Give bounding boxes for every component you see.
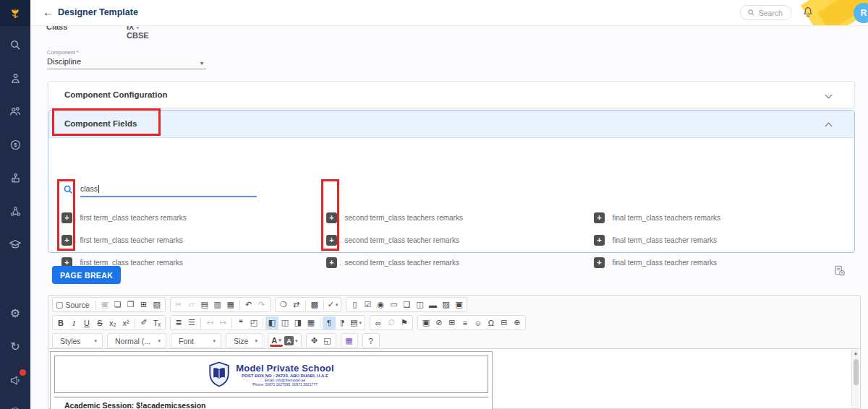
button-field-button[interactable]: ▬ (426, 298, 439, 311)
scroll-up-arrow[interactable]: ▲ (852, 349, 859, 357)
select-all-button[interactable]: ▩ (308, 298, 321, 311)
paste-from-word-button[interactable]: ▦ (224, 298, 237, 311)
sidebar-item-academics[interactable] (7, 236, 24, 253)
add-field-button[interactable]: + (594, 212, 605, 223)
div-container-button[interactable]: ◰ (247, 317, 260, 330)
replace-button[interactable]: ⇄ (290, 298, 303, 311)
checkbox-button[interactable]: ☑ (361, 298, 374, 311)
copy-button[interactable]: ▱ (185, 298, 198, 311)
font-button[interactable]: Font▾ (173, 335, 219, 348)
justify-button[interactable]: ▦ (305, 317, 318, 330)
anchor-button[interactable]: ⚑ (398, 317, 411, 330)
flash-button[interactable]: ⊘ (433, 317, 446, 330)
bidi-rtl-button[interactable]: ¶ (336, 317, 349, 330)
textarea-field-button[interactable]: ❑ (400, 298, 413, 311)
bidi-ltr-button[interactable]: ¶ (323, 317, 336, 330)
add-field-button[interactable]: + (61, 235, 72, 246)
cut-button[interactable]: ✂ (172, 298, 185, 311)
sidebar-item-exams[interactable] (7, 169, 24, 186)
link-button[interactable]: ∞ (372, 317, 385, 330)
find-button[interactable]: ❍ (277, 298, 290, 311)
bold-button[interactable]: B (54, 317, 67, 330)
save-button[interactable]: ▣ (98, 298, 111, 311)
add-field-button[interactable]: + (594, 235, 605, 246)
maximize-button[interactable]: ✥ (308, 335, 321, 348)
special-character-button[interactable]: Ω (485, 317, 498, 330)
add-field-button[interactable]: + (326, 235, 337, 246)
text-field-button[interactable]: ▭ (387, 298, 400, 311)
show-blocks-button[interactable]: ◱ (321, 335, 334, 348)
page-break-button[interactable]: PAGE BREAK (52, 266, 121, 284)
form-button[interactable]: ▯ (348, 298, 361, 311)
table-button[interactable]: ⊞ (446, 317, 459, 330)
sidebar-item-groups[interactable] (7, 202, 24, 220)
remove-format-button[interactable]: Tₓ (150, 317, 163, 330)
component-select[interactable]: Discipline ▾ (47, 57, 206, 69)
add-field-button[interactable]: + (326, 257, 337, 268)
bulleted-list-button[interactable]: ☰ (185, 317, 198, 330)
spell-check-button[interactable]: ✓▾ (326, 298, 340, 311)
superscript-button[interactable]: x² (119, 317, 132, 330)
notifications-button[interactable] (801, 6, 816, 20)
sidebar-item-sync[interactable]: ↻ (7, 338, 24, 356)
align-center-button[interactable]: ◫ (278, 317, 292, 330)
paste-plain-text-button[interactable]: ▥ (211, 298, 224, 311)
print-button[interactable]: ⊞ (137, 298, 150, 311)
sidebar-item-fees[interactable]: $ (7, 136, 24, 153)
sidebar-item-announcements[interactable] (7, 371, 24, 389)
blockquote-button[interactable]: ❝ (234, 317, 247, 330)
strikethrough-button[interactable]: S (93, 317, 106, 330)
back-button[interactable]: ← (43, 6, 54, 18)
background-color-button[interactable]: A▾ (283, 335, 299, 348)
radio-button-button[interactable]: ◉ (374, 298, 387, 311)
select-field-button[interactable]: ◫ (413, 298, 426, 311)
font-size-button[interactable]: Size▾ (228, 335, 261, 348)
image-button[interactable]: ▣ (420, 317, 433, 330)
paste-button[interactable]: ▤ (198, 298, 211, 311)
merge-field-grid-button[interactable]: ▦ (343, 335, 356, 348)
insert-page-break-button[interactable]: ⊟ (498, 317, 511, 330)
smiley-button[interactable]: ☺ (472, 317, 485, 330)
unlink-button[interactable]: ∅ (385, 317, 398, 330)
iframe-button[interactable]: ⊕ (511, 317, 524, 330)
source-button[interactable]: ▢Source (54, 298, 93, 311)
editor-scrollbar[interactable]: ▲ (851, 349, 859, 408)
sidebar-item-staff[interactable] (7, 103, 24, 120)
undo-button[interactable]: ↶ (242, 298, 255, 311)
add-field-button[interactable]: + (594, 257, 605, 268)
sidebar-item-settings[interactable]: ⚙ (7, 305, 24, 322)
underline-button[interactable]: U (80, 317, 93, 330)
sidebar-item-student[interactable] (7, 69, 24, 87)
numbered-list-button[interactable]: ≣ (172, 317, 185, 330)
language-button[interactable]: ▤▾ (349, 317, 363, 330)
align-right-button[interactable]: ◨ (292, 317, 305, 330)
image-button-button[interactable]: ▨ (439, 298, 452, 311)
preview-button[interactable]: ❐ (124, 298, 137, 311)
sidebar-item-help[interactable]: ? (7, 405, 24, 409)
user-avatar[interactable]: R (854, 3, 868, 23)
copy-formatting-button[interactable]: ✐ (137, 317, 150, 330)
styles-button[interactable]: Styles▾ (54, 335, 101, 348)
sidebar-item-search[interactable] (7, 36, 24, 53)
about-button[interactable]: ? (365, 335, 378, 348)
template-history-icon[interactable] (833, 264, 848, 279)
templates-button[interactable]: ▧ (150, 298, 163, 311)
editor-content-area[interactable]: Model Private School POST BOX NO : 26723… (48, 348, 860, 408)
scrollbar-thumb[interactable] (854, 359, 859, 385)
field-search-input[interactable]: class (80, 184, 257, 197)
decrease-indent-button[interactable]: ↤ (203, 317, 216, 330)
subscript-button[interactable]: x₂ (106, 317, 119, 330)
add-field-button[interactable]: + (326, 212, 337, 223)
italic-button[interactable]: I (67, 317, 80, 330)
component-configuration-panel[interactable]: Component Configuration (48, 81, 855, 108)
paragraph-format-button[interactable]: Normal (...▾ (109, 335, 164, 348)
align-left-button[interactable]: ◧ (265, 317, 278, 330)
redo-button[interactable]: ↷ (255, 298, 268, 311)
add-field-button[interactable]: + (61, 212, 72, 223)
horizontal-rule-button[interactable]: ≡ (459, 317, 472, 330)
text-color-button[interactable]: A▾ (270, 335, 283, 347)
component-fields-header[interactable]: Component Fields (48, 111, 854, 138)
hidden-field-button[interactable]: ▣ (452, 298, 465, 311)
increase-indent-button[interactable]: ↦ (216, 317, 229, 330)
global-search-button[interactable]: Search (740, 5, 792, 20)
